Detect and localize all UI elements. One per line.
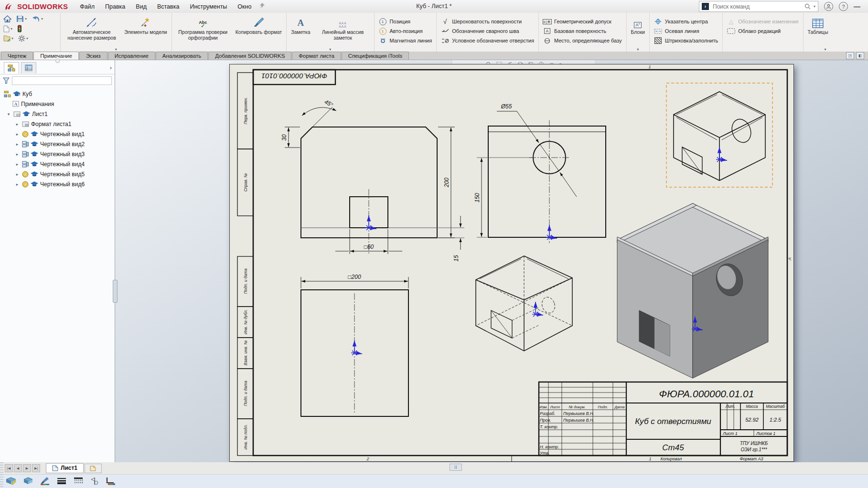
geometric-tolerance-button[interactable]: ⌀|⊕Геометрический допуск (543, 18, 622, 25)
options-button[interactable]: ▾ (18, 34, 29, 42)
group-dimensions-caret-icon[interactable]: ▾ (115, 47, 117, 52)
tree-item-view3[interactable]: ▸ Чертежный вид3 (2, 149, 115, 159)
add-sheet-tab[interactable] (85, 464, 102, 473)
pin-menu-icon[interactable] (258, 2, 265, 11)
center-mark-button[interactable]: Указатель центра (654, 18, 718, 25)
panel-collapse-dot[interactable] (55, 59, 60, 63)
iso-shaded-view[interactable] (617, 203, 768, 378)
tree-item-view1[interactable]: ▸ Чертежный вид1 (2, 129, 115, 139)
format-painter-button[interactable]: Копировать формат (236, 14, 282, 47)
tree-item-sheet1[interactable]: ▾ Лист1 (2, 109, 115, 119)
graphics-option-button-1[interactable]: ◳ (846, 52, 854, 59)
hole-callout-button[interactable]: Условное обозначение отверстия (441, 37, 534, 44)
collapse-arrow-icon[interactable]: ▾ (6, 112, 11, 117)
undo-button[interactable]: ▾ (31, 15, 43, 23)
expand-arrow-icon[interactable]: ▸ (14, 182, 20, 187)
command-search[interactable]: › ▾ (699, 1, 818, 12)
feature-tree-tab[interactable] (4, 62, 19, 74)
account-icon[interactable] (824, 2, 833, 11)
next-sheet-button[interactable]: ▶ (23, 464, 31, 472)
tree-item-sheet-format[interactable]: ▸ Формат листа1 (2, 119, 115, 129)
hidden-edges-icon[interactable] (74, 477, 83, 485)
tab-markup[interactable]: Исправление (108, 52, 155, 60)
help-icon[interactable]: ? (839, 2, 848, 11)
menu-file[interactable]: Файл (75, 1, 100, 12)
graphics-option-button-2[interactable]: ◧ (856, 52, 864, 59)
tb-title[interactable]: Куб с отверстиями (635, 417, 711, 426)
weld-symbol-button[interactable]: Обозначение сварного шва (441, 27, 534, 35)
filter-funnel-icon[interactable] (3, 77, 10, 84)
menu-window[interactable]: Окно (232, 1, 257, 12)
model-items-button[interactable]: Элементы модели (124, 14, 167, 47)
display-manager-tab[interactable] (21, 62, 36, 74)
new-caret-icon[interactable]: ▾ (11, 27, 12, 31)
tab-sketch[interactable]: Эскиз (79, 52, 107, 60)
properties-caret-icon[interactable]: ▾ (11, 36, 13, 41)
tree-filter-input[interactable] (12, 76, 112, 85)
group-tables-caret-icon[interactable]: ▾ (824, 47, 826, 52)
panel-splitter-grip[interactable] (113, 280, 118, 303)
dim-dia55[interactable]: Ø55 (501, 103, 512, 110)
linear-note-pattern-button[interactable]: AAAAAA Линейный массив заметок (316, 14, 370, 47)
tab-itools[interactable]: Спецификация iTools (342, 52, 409, 60)
view-flag-icon[interactable] (90, 477, 99, 485)
tab-drawing[interactable]: Чертеж (1, 52, 33, 60)
tree-item-view4[interactable]: ▸ Чертежный вид4 (2, 159, 115, 169)
horizontal-scrollbar-thumb[interactable] (450, 464, 462, 471)
options-caret-icon[interactable]: ▾ (26, 36, 28, 41)
tb-material[interactable]: Ст45 (662, 443, 684, 452)
tables-button[interactable]: Таблицы (808, 14, 828, 47)
menu-insert[interactable]: Вставка (152, 1, 184, 12)
surface-finish-button[interactable]: √Шероховатость поверхности (441, 18, 534, 25)
edit-sheet-format-icon[interactable] (6, 477, 16, 485)
datum-target-button[interactable]: Место, определяющее базу (543, 37, 622, 44)
note-button[interactable]: A Заметка (291, 14, 310, 47)
line-thickness-icon[interactable] (57, 477, 66, 484)
tb-designation[interactable]: ФЮРА.000000.01.01 (659, 388, 754, 399)
dim-150[interactable]: 150 (474, 193, 481, 202)
blocks-button[interactable]: A° Блоки (631, 14, 645, 47)
command-search-input[interactable] (712, 3, 802, 11)
rebuild-button[interactable] (17, 24, 22, 33)
expand-arrow-icon[interactable]: ▸ (14, 172, 20, 177)
dim-200[interactable]: 200 (443, 178, 450, 188)
expand-arrow-icon[interactable]: ▸ (14, 142, 20, 147)
auto-dimension-button[interactable]: Автоматическое нанесение размеров (65, 14, 118, 47)
hatch-button[interactable]: Штриховка/заполнить (654, 37, 718, 44)
menu-tools[interactable]: Инструменты (184, 1, 232, 12)
dim-sq60[interactable]: □60 (364, 244, 374, 250)
tb-mass[interactable]: 52.92 (745, 417, 759, 423)
tab-addins[interactable]: Добавления SOLIDWORKS (208, 52, 291, 60)
sheet-tab-active[interactable]: Лист1 (46, 463, 84, 473)
tree-item-view6[interactable]: ▸ Чертежный вид6 (2, 179, 115, 189)
menu-view[interactable]: Вид (130, 1, 152, 12)
search-options-caret-icon[interactable]: ▾ (814, 4, 815, 9)
revision-cloud-button[interactable]: Облако редакций (727, 27, 798, 35)
undo-caret-icon[interactable]: ▾ (41, 17, 43, 21)
dim-15[interactable]: 15 (453, 255, 460, 262)
expand-arrow-icon[interactable]: ▸ (14, 152, 20, 157)
datum-feature-button[interactable]: AБазовая поверхность (543, 27, 622, 35)
magnetic-line-button[interactable]: ΩМагнитная линия (379, 37, 432, 44)
tree-item-view2[interactable]: ▸ Чертежный вид2 (2, 139, 115, 149)
drawing-sheet[interactable]: Перв. примен. Справ. № Подп. и дата Инв.… (229, 64, 794, 462)
tab-sheet-format[interactable]: Формат листа (292, 52, 341, 60)
prev-sheet-button[interactable]: ◀ (14, 464, 22, 472)
tab-evaluate[interactable]: Анализировать (156, 52, 208, 60)
layer-properties-icon[interactable] (106, 477, 116, 485)
new-document-button[interactable]: ▾ (3, 25, 13, 33)
centerline-button[interactable]: Осевая линия (654, 27, 718, 35)
graphics-area[interactable]: ▾ (115, 60, 868, 462)
tree-item-view5[interactable]: ▸ Чертежный вид5 (2, 169, 115, 179)
auto-balloon-button[interactable]: 1Авто-позиция (379, 27, 432, 35)
tree-item-annotations[interactable]: A Примечания (2, 99, 115, 109)
menu-edit[interactable]: Правка (100, 1, 130, 12)
expand-arrow-icon[interactable]: ▸ (14, 132, 20, 137)
tb-scale[interactable]: 1:2.5 (770, 417, 782, 423)
dim-sq200[interactable]: □200 (348, 274, 361, 280)
spell-check-button[interactable]: Abc✓ Программа проверки орфографии (176, 14, 230, 47)
expand-arrow-icon[interactable]: ▸ (14, 162, 20, 167)
minimize-button[interactable]: — (854, 3, 860, 11)
line-color-icon[interactable] (40, 477, 50, 485)
dim-30[interactable]: 30 (281, 134, 288, 141)
